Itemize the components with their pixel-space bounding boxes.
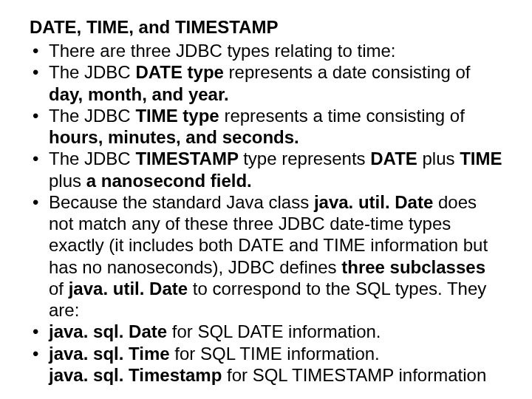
bullet-bold: java. util. Date [69, 279, 193, 299]
bullet-text: The JDBC [49, 106, 135, 126]
bullet-bold: TIME [460, 149, 502, 168]
slide-heading: DATE, TIME, and TIMESTAMP [30, 16, 502, 38]
bullet-text: plus [49, 171, 86, 191]
bullet-text: type represents [243, 149, 370, 168]
bullet-bold: TIMESTAMP [135, 149, 243, 168]
bullet-bold: TIME type [135, 106, 224, 126]
bullet-text: for SQL TIME information. [174, 344, 379, 364]
bullet-list: There are three JDBC types relating to t… [30, 40, 502, 364]
bullet-bold: java. sql. Date [49, 321, 172, 341]
bullet-text: of [49, 279, 69, 299]
bullet-text: The JDBC [49, 149, 135, 168]
continuation-line: java. sql. Timestamp for SQL TIMESTAMP i… [30, 364, 502, 386]
bullet-bold: three subclasses [341, 257, 485, 277]
bullet-item: The JDBC DATE type represents a date con… [30, 61, 502, 105]
bullet-text: Because the standard Java class [49, 192, 314, 212]
bullet-text: for SQL TIMESTAMP information [227, 365, 486, 385]
bullet-bold: java. sql. Time [49, 344, 174, 364]
bullet-text: The JDBC [49, 62, 135, 82]
bullet-item: Because the standard Java class java. ut… [30, 191, 502, 321]
bullet-bold: DATE type [135, 62, 228, 82]
bullet-bold: DATE [370, 149, 422, 168]
bullet-text: plus [422, 149, 460, 168]
bullet-item: There are three JDBC types relating to t… [30, 40, 502, 61]
bullet-text: There are three JDBC types relating to t… [49, 41, 396, 61]
bullet-item: The JDBC TIME type represents a time con… [30, 105, 502, 149]
bullet-item: java. sql. Time for SQL TIME information… [30, 343, 502, 364]
bullet-bold: java. util. Date [314, 192, 438, 212]
bullet-bold: java. sql. Timestamp [49, 365, 227, 385]
bullet-bold: hours, minutes, and seconds. [49, 127, 299, 147]
bullet-bold: a nanosecond field. [86, 171, 252, 191]
bullet-item: The JDBC TIMESTAMP type represents DATE … [30, 148, 502, 191]
bullet-text: for SQL DATE information. [172, 321, 381, 341]
bullet-text: represents a time consisting of [224, 106, 465, 126]
slide: DATE, TIME, and TIMESTAMP There are thre… [0, 0, 532, 399]
bullet-bold: day, month, and year. [49, 84, 229, 104]
bullet-text: represents a date consisting of [229, 62, 471, 82]
bullet-item: java. sql. Date for SQL DATE information… [30, 321, 502, 342]
